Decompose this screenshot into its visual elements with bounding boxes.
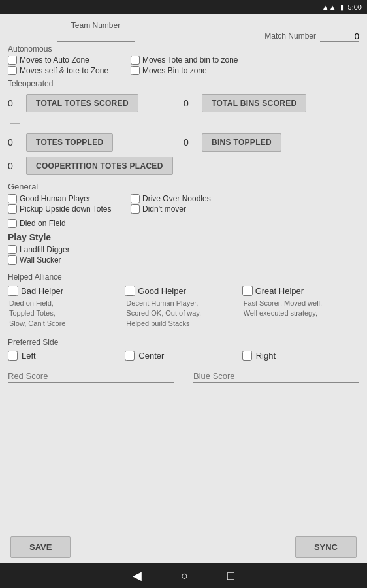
play-style-label: Play Style: [8, 232, 359, 242]
wall-sucker-checkbox[interactable]: [8, 255, 17, 265]
home-icon[interactable]: ○: [181, 569, 188, 583]
save-button[interactable]: SAVE: [10, 536, 71, 558]
good-human-player-label: Good Human Player: [20, 194, 91, 203]
auto-checkbox-3: Moves self & tote to Zone: [8, 66, 125, 75]
good-helper-col: Good Helper Decent Human Player,Scored O…: [125, 286, 242, 329]
auto-moves-bin-label: Moves Bin to zone: [142, 66, 207, 75]
good-helper-checkbox-row: Good Helper: [125, 286, 242, 296]
match-number-section: Match Number: [184, 31, 359, 42]
auto-moves-self-tote-label: Moves self & tote to Zone: [20, 66, 108, 75]
gen-checkbox-2: Drive Over Noodles: [131, 194, 248, 203]
bins-scored-col: 0 TOTAL BINS SCORED: [184, 90, 359, 115]
good-human-player-checkbox[interactable]: [8, 194, 17, 203]
great-helper-desc: Fast Scorer, Moved well,Well executed st…: [242, 299, 359, 319]
totes-toppled-button[interactable]: TOTES TOPPLED: [26, 133, 113, 152]
center-side-col: Center: [125, 351, 242, 361]
battery-icon: ▮: [340, 3, 344, 12]
general-label: General: [8, 182, 359, 191]
right-side-checkbox[interactable]: [242, 351, 252, 361]
blue-score-group: [193, 371, 359, 383]
gen-checkbox-5: Died on Field: [8, 219, 125, 228]
coopertition-row: 0 COOPERTITION TOTES PLACED: [8, 157, 359, 175]
bad-helper-desc: Died on Field,Toppled Totes,Slow, Can't …: [8, 299, 125, 329]
match-number-label: Match Number: [264, 31, 316, 41]
team-number-label: Team Number: [71, 21, 120, 30]
auto-moves-auto-zone-label: Moves to Auto Zone: [20, 56, 89, 65]
right-side-label: Right: [256, 351, 276, 361]
landfill-digger-checkbox[interactable]: [8, 245, 17, 254]
auto-moves-auto-zone-checkbox[interactable]: [8, 56, 17, 65]
toppled-columns: 0 TOTES TOPPLED 0 BINS TOPPLED: [8, 129, 359, 154]
preferred-side-label: Preferred Side: [8, 338, 359, 347]
total-totes-scored-button[interactable]: TOTAL TOTES SCORED: [26, 94, 138, 112]
recent-apps-icon[interactable]: □: [227, 569, 234, 583]
died-on-field-label: Died on Field: [20, 219, 66, 228]
match-number-input[interactable]: [320, 31, 359, 42]
good-helper-name: Good Helper: [138, 286, 186, 296]
bad-helper-name: Bad Helper: [21, 286, 63, 296]
good-helper-checkbox[interactable]: [125, 286, 135, 296]
great-helper-checkbox[interactable]: [242, 286, 253, 296]
general-checkboxes-row1: Good Human Player Drive Over Noodles: [8, 194, 359, 203]
sync-button[interactable]: SYNC: [295, 536, 357, 558]
status-time: 5:00: [348, 3, 362, 11]
great-helper-checkbox-row: Great Helper: [242, 286, 359, 296]
died-on-field-checkbox[interactable]: [8, 219, 17, 228]
landfill-digger-label: Landfill Digger: [20, 245, 70, 254]
wifi-icon: ▲▲: [322, 3, 336, 11]
pickup-upside-down-totes-checkbox[interactable]: [8, 204, 17, 214]
gen-checkbox-4: Didn't mover: [131, 204, 248, 214]
alliance-options-row: Bad Helper Died on Field,Toppled Totes,S…: [8, 286, 359, 329]
preferred-side-row: Left Center Right: [8, 351, 359, 361]
didnt-mover-checkbox[interactable]: [131, 204, 140, 214]
center-side-checkbox[interactable]: [125, 351, 135, 361]
gen-checkbox-3: Pickup Upside down Totes: [8, 204, 125, 214]
status-bar: ▲▲ ▮ 5:00: [0, 0, 367, 14]
auto-moves-tote-bin-label: Moves Tote and bin to zone: [142, 56, 238, 65]
left-side-checkbox[interactable]: [8, 351, 18, 361]
autonomous-label: Autonomous: [8, 44, 359, 54]
auto-checkbox-4: Moves Bin to zone: [131, 66, 248, 75]
blue-score-input[interactable]: [193, 371, 359, 383]
auto-moves-self-tote-checkbox[interactable]: [8, 66, 17, 75]
bad-helper-checkbox-row: Bad Helper: [8, 286, 125, 296]
total-bins-scored-button[interactable]: TOTAL BINS SCORED: [202, 94, 306, 112]
bad-helper-checkbox[interactable]: [8, 286, 18, 296]
back-icon[interactable]: ◀: [133, 568, 142, 583]
bins-toppled-col: 0 BINS TOPPLED: [184, 129, 359, 154]
drive-over-noodles-label: Drive Over Noodles: [142, 194, 211, 203]
bottom-bar: SAVE SYNC: [0, 531, 367, 563]
totes-toppled-value: 0: [8, 137, 21, 148]
auto-moves-tote-bin-checkbox[interactable]: [131, 56, 140, 65]
good-helper-desc: Decent Human Player,Scored OK, Out of wa…: [125, 299, 242, 329]
left-side-label: Left: [22, 351, 36, 361]
totes-scored-col: 0 TOTAL TOTES SCORED: [8, 90, 184, 115]
auto-checkbox-1: Moves to Auto Zone: [8, 56, 125, 65]
autonomous-checkboxes-row2: Moves self & tote to Zone Moves Bin to z…: [8, 66, 359, 75]
gen-checkbox-1: Good Human Player: [8, 194, 125, 203]
bins-toppled-row: 0 BINS TOPPLED: [184, 133, 359, 152]
red-score-input[interactable]: [8, 371, 174, 383]
teleoperated-label: Teleoperated: [8, 79, 359, 88]
right-side-col: Right: [242, 351, 359, 361]
dash-separator: —: [10, 118, 359, 128]
coopertition-button[interactable]: COOPERTITION TOTES PLACED: [26, 157, 173, 175]
auto-checkbox-2: Moves Tote and bin to zone: [131, 56, 248, 65]
helped-alliance-label: Helped Alliance: [8, 272, 359, 282]
didnt-mover-label: Didn't mover: [142, 204, 186, 214]
team-match-row: Team Number Match Number: [8, 21, 359, 42]
great-helper-name: Great Helper: [255, 286, 304, 296]
totes-scored-value: 0: [8, 98, 21, 108]
drive-over-noodles-checkbox[interactable]: [131, 194, 140, 203]
score-columns: 0 TOTAL TOTES SCORED 0 TOTAL BINS SCORED: [8, 90, 359, 115]
bins-scored-value: 0: [184, 98, 197, 108]
ps-checkbox-2: Wall Sucker: [8, 255, 125, 265]
coopertition-value: 0: [8, 161, 21, 171]
bins-toppled-button[interactable]: BINS TOPPLED: [202, 133, 281, 152]
play-style-section: Play Style Landfill Digger Wall Sucker: [8, 232, 359, 265]
auto-moves-bin-checkbox[interactable]: [131, 66, 140, 75]
nav-bar: ◀ ○ □: [0, 563, 367, 588]
team-number-input[interactable]: [57, 31, 135, 42]
totes-toppled-row: 0 TOTES TOPPLED: [8, 133, 184, 152]
team-number-section: Team Number: [8, 21, 184, 42]
